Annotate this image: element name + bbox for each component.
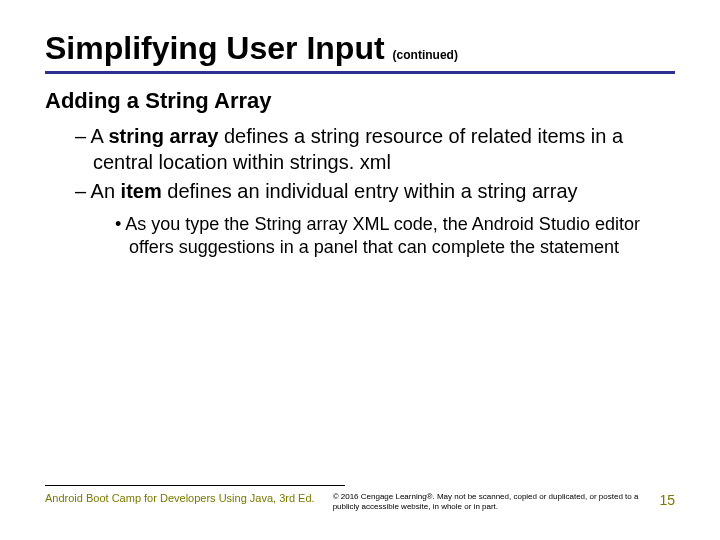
bullet-2-post: defines an individual entry within a str…: [162, 180, 578, 202]
footer: Android Boot Camp for Developers Using J…: [45, 485, 675, 512]
subtitle: Adding a String Array: [45, 88, 675, 114]
bullet-1-pre: – A: [75, 125, 108, 147]
page-number: 15: [659, 492, 675, 508]
footer-divider: [45, 485, 345, 486]
title-row: Simplifying User Input (continued): [45, 30, 675, 67]
footer-row: Android Boot Camp for Developers Using J…: [45, 492, 675, 512]
sub-bullet-1: • As you type the String array XML code,…: [115, 213, 675, 259]
footer-copyright: © 2016 Cengage Learning®. May not be sca…: [325, 492, 650, 512]
bullet-2: – An item defines an individual entry wi…: [75, 179, 675, 205]
footer-book-title: Android Boot Camp for Developers Using J…: [45, 492, 315, 504]
title-underline: [45, 71, 675, 74]
bullet-2-bold: item: [121, 180, 162, 202]
bullet-1: – A string array defines a string resour…: [75, 124, 675, 175]
page-title: Simplifying User Input: [45, 30, 385, 67]
bullet-2-pre: – An: [75, 180, 121, 202]
continued-label: (continued): [393, 48, 458, 62]
body: – A string array defines a string resour…: [45, 124, 675, 259]
slide: Simplifying User Input (continued) Addin…: [0, 0, 720, 540]
bullet-1-bold: string array: [108, 125, 218, 147]
